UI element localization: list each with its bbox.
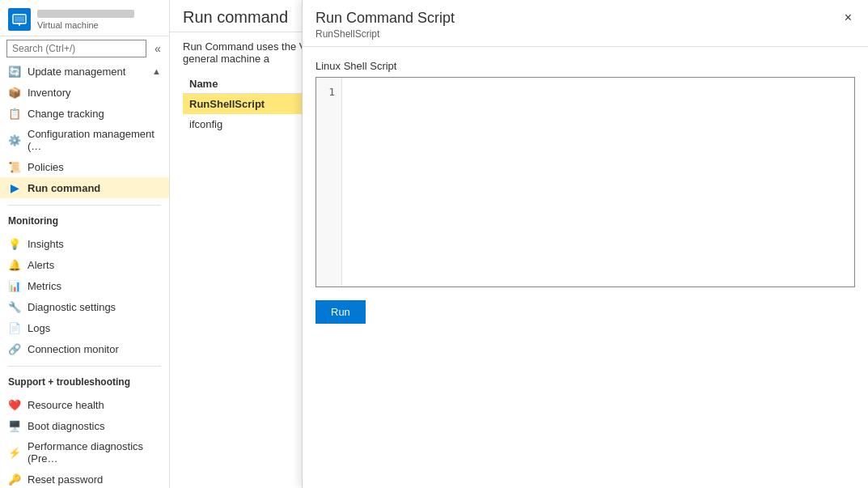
- monitoring-section-label: Monitoring: [0, 209, 169, 230]
- operations-section: 🔄 Update management ▲ 📦 Inventory 📋 Chan…: [0, 57, 169, 202]
- perf-icon: ⚡: [8, 446, 21, 459]
- metrics-icon: 📊: [8, 279, 21, 292]
- search-input[interactable]: [6, 40, 146, 57]
- search-row: «: [0, 36, 169, 57]
- sidebar-item-configuration-management[interactable]: ⚙️ Configuration management (…: [0, 124, 169, 156]
- sidebar-item-policies[interactable]: 📜 Policies: [0, 156, 169, 177]
- sidebar-item-alerts[interactable]: 🔔 Alerts: [0, 254, 169, 275]
- sidebar-header: Virtual machine: [0, 0, 169, 36]
- sidebar-item-diagnostic-settings[interactable]: 🔧 Diagnostic settings: [0, 296, 169, 317]
- panel-header-text: Run Command Script RunShellScript: [315, 10, 841, 40]
- run-command-panel: Run Command Script RunShellScript × Linu…: [302, 0, 868, 488]
- sidebar-item-update-management[interactable]: 🔄 Update management ▲: [0, 61, 169, 82]
- panel-title: Run Command Script: [315, 10, 841, 27]
- sidebar-item-change-tracking[interactable]: 📋 Change tracking: [0, 103, 169, 124]
- sidebar-item-reset-password[interactable]: 🔑 Reset password: [0, 469, 169, 488]
- inventory-icon: 📦: [8, 86, 21, 99]
- script-textarea[interactable]: [342, 78, 854, 286]
- policies-icon: 📜: [8, 160, 21, 173]
- alerts-icon: 🔔: [8, 258, 21, 271]
- sidebar-item-logs[interactable]: 📄 Logs: [0, 317, 169, 338]
- boot-icon: 🖥️: [8, 419, 21, 432]
- sidebar-item-performance-diagnostics[interactable]: ⚡ Performance diagnostics (Pre…: [0, 436, 169, 469]
- panel-header: Run Command Script RunShellScript ×: [303, 0, 868, 47]
- logs-icon: 📄: [8, 321, 21, 334]
- sidebar-item-connection-monitor[interactable]: 🔗 Connection monitor: [0, 338, 169, 359]
- line-numbers: 1: [316, 78, 342, 286]
- diagnostic-icon: 🔧: [8, 300, 21, 313]
- panel-body: Linux Shell Script 1 Run: [303, 47, 868, 488]
- tracking-icon: 📋: [8, 107, 21, 120]
- sidebar-item-boot-diagnostics[interactable]: 🖥️ Boot diagnostics: [0, 415, 169, 436]
- support-section-label: Support + troubleshooting: [0, 370, 169, 391]
- sidebar-item-metrics[interactable]: 📊 Metrics: [0, 275, 169, 296]
- connection-icon: 🔗: [8, 342, 21, 355]
- run-icon: ▶: [8, 181, 21, 194]
- reset-icon: 🔑: [8, 473, 21, 486]
- panel-subtitle: RunShellScript: [315, 28, 841, 40]
- sidebar-header-text: Virtual machine: [37, 10, 134, 30]
- support-section: ❤️ Resource health 🖥️ Boot diagnostics ⚡…: [0, 391, 169, 488]
- health-icon: ❤️: [8, 398, 21, 411]
- sidebar: Virtual machine « 🔄 Update management ▲ …: [0, 0, 170, 488]
- vm-icon: [8, 8, 31, 31]
- run-button[interactable]: Run: [315, 300, 366, 324]
- sidebar-item-resource-health[interactable]: ❤️ Resource health: [0, 394, 169, 415]
- monitoring-divider: [8, 205, 161, 206]
- vm-type-label: Virtual machine: [37, 20, 134, 30]
- sidebar-item-inventory[interactable]: 📦 Inventory: [0, 82, 169, 103]
- insights-icon: 💡: [8, 237, 21, 250]
- monitoring-section: 💡 Insights 🔔 Alerts 📊 Metrics 🔧 Diagnost…: [0, 230, 169, 363]
- support-divider: [8, 366, 161, 367]
- collapse-sidebar-button[interactable]: «: [150, 40, 166, 57]
- config-icon: ⚙️: [8, 134, 21, 146]
- script-editor-wrapper: 1: [315, 77, 855, 287]
- vm-name-bar: [37, 10, 134, 18]
- expand-icon: ▲: [152, 66, 161, 76]
- svg-rect-3: [15, 16, 24, 22]
- sidebar-item-insights[interactable]: 💡 Insights: [0, 233, 169, 254]
- script-label: Linux Shell Script: [315, 60, 855, 72]
- sidebar-item-run-command[interactable]: ▶ Run command: [0, 177, 169, 198]
- refresh-icon: 🔄: [8, 65, 21, 78]
- page-title: Run command: [183, 8, 288, 27]
- panel-close-button[interactable]: ×: [841, 10, 855, 26]
